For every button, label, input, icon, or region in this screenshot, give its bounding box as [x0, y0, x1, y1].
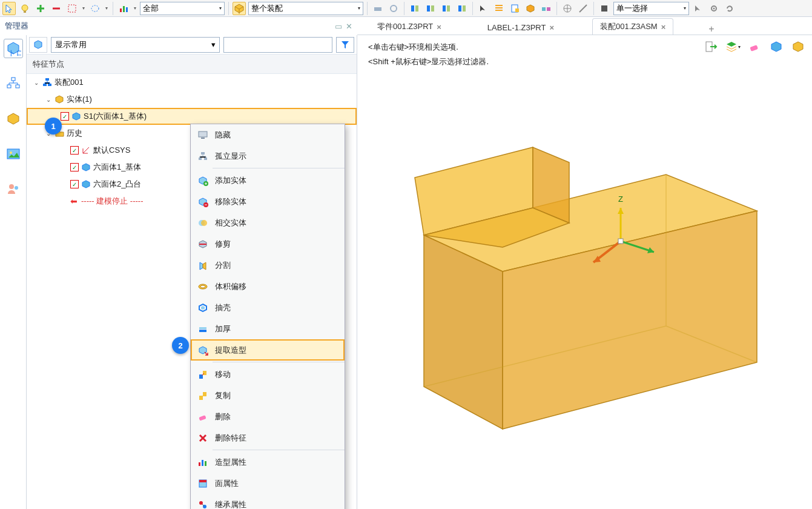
stop-icon[interactable]	[598, 2, 611, 15]
ctx-move[interactable]: 移动	[191, 364, 345, 385]
minus-icon[interactable]	[50, 2, 63, 15]
ctx-isolate[interactable]: 孤立显示	[191, 145, 345, 167]
svg-rect-28	[16, 85, 19, 88]
ctx-face-attr[interactable]: 面属性	[191, 473, 345, 494]
checkbox-icon[interactable]: ✓	[70, 146, 79, 155]
ctx-shape-attr[interactable]: 造型属性	[191, 451, 345, 473]
svg-rect-59	[203, 371, 206, 375]
cursor3-icon[interactable]	[692, 2, 705, 15]
3d-viewport[interactable]: <单击右键>环境相关选项. <Shift +鼠标右键>显示选择过滤器. ▾	[357, 35, 812, 509]
svg-rect-14	[447, 5, 450, 12]
select-box-icon[interactable]	[65, 2, 79, 15]
ctx-split[interactable]: 分割	[191, 254, 345, 276]
hierarchy-tab-icon[interactable]	[4, 74, 23, 93]
cursor2-icon[interactable]	[477, 2, 490, 15]
bulb-icon[interactable]	[18, 2, 31, 15]
exit-icon[interactable]	[703, 39, 719, 55]
ctx-label: 删除特征	[215, 433, 246, 444]
tool-c4-icon[interactable]	[455, 2, 469, 15]
ctx-offset[interactable]: 体积偏移	[191, 276, 345, 297]
display-mode-combo[interactable]: 显示常用▾	[51, 37, 220, 53]
expand-icon[interactable]: ⌄	[45, 96, 52, 103]
tree-solids-group[interactable]: ⌄ 实体(1)	[27, 91, 357, 108]
image-tab-icon[interactable]	[4, 144, 23, 164]
ctx-copy[interactable]: 复制	[191, 385, 345, 406]
ctx-label: 加厚	[215, 324, 231, 334]
cube-orange-icon[interactable]	[524, 2, 537, 15]
ctx-trim[interactable]: 修剪	[191, 233, 345, 254]
eraser-icon[interactable]	[747, 39, 762, 55]
globe-icon[interactable]	[561, 2, 574, 15]
svg-rect-20	[547, 7, 550, 11]
manager-title-text: 管理器	[5, 21, 28, 32]
new-tab-button[interactable]: +	[704, 24, 719, 35]
tool-a-icon[interactable]	[371, 2, 385, 15]
filter1-combo[interactable]: 全部▾	[140, 2, 225, 15]
list-icon[interactable]	[492, 2, 506, 15]
refresh-icon[interactable]	[723, 2, 736, 15]
ctx-intersect[interactable]: 相交实体	[191, 212, 345, 233]
close-icon[interactable]: ✕	[346, 22, 352, 31]
ctx-shell[interactable]: 抽壳	[191, 297, 345, 318]
cursor-icon[interactable]	[2, 2, 16, 15]
tree-s1-node[interactable]: ✓ S1(六面体1_基体)	[27, 108, 357, 125]
assembly-cube-icon[interactable]	[233, 2, 246, 15]
svg-rect-44	[618, 239, 623, 244]
filter2-combo[interactable]: 整个装配▾	[248, 2, 363, 15]
solid-icon	[71, 111, 81, 121]
user-tab-icon[interactable]	[4, 179, 23, 199]
ctx-erase[interactable]: 删除	[191, 406, 345, 427]
tool-b-icon[interactable]	[387, 2, 400, 15]
tree-tab-icon[interactable]: トロ	[4, 39, 23, 58]
minimize-icon[interactable]: ▭	[335, 22, 342, 31]
solids-tab-icon[interactable]	[4, 109, 23, 128]
ctx-add-body[interactable]: 添加实体	[191, 170, 345, 191]
combo-text: 全部	[143, 3, 159, 14]
layers-icon[interactable]: ▾	[725, 39, 741, 55]
checkbox-icon[interactable]: ✓	[70, 163, 79, 171]
svg-point-53	[201, 220, 207, 226]
dropdown-arrow-icon[interactable]: ▾	[104, 2, 109, 15]
tree-search-input[interactable]	[223, 37, 332, 53]
ctx-monitor[interactable]: 隐藏	[191, 124, 345, 145]
close-icon[interactable]: ×	[437, 22, 441, 32]
chart-icon[interactable]	[117, 2, 130, 15]
cubes-icon[interactable]	[540, 2, 553, 15]
doc-icon[interactable]	[508, 2, 521, 15]
tab-label: 零件001.Z3PRT	[377, 21, 433, 32]
expand-icon[interactable]: ⌄	[33, 79, 40, 86]
tree-root-node[interactable]: ⌄ 装配001	[27, 74, 357, 91]
tool-c1-icon[interactable]	[408, 2, 421, 15]
tab-label1[interactable]: LABEL-1.Z3PRT×	[480, 20, 562, 35]
close-icon[interactable]: ×	[549, 23, 554, 32]
tool-c2-icon[interactable]	[424, 2, 437, 15]
ctx-delf[interactable]: 删除特征	[191, 427, 345, 448]
ctx-inherit[interactable]: 继承属性	[191, 494, 345, 509]
tool-c3-icon[interactable]	[440, 2, 453, 15]
tree-config-icon[interactable]	[29, 37, 47, 53]
plus-icon[interactable]	[34, 2, 47, 15]
gear-icon[interactable]	[707, 2, 721, 15]
dropdown-arrow-icon[interactable]: ▾	[81, 2, 86, 15]
ctx-label: 体积偏移	[215, 281, 246, 292]
checkbox-icon[interactable]: ✓	[70, 180, 79, 188]
ctx-extract[interactable]: 提取造型	[191, 339, 345, 361]
checkbox-icon[interactable]: ✓	[61, 112, 69, 121]
select-mode-combo[interactable]: 单一选择▾	[613, 2, 689, 15]
tab-part001[interactable]: 零件001.Z3PRT×	[369, 18, 449, 35]
svg-rect-18	[515, 8, 519, 12]
cube-blue-icon[interactable]	[768, 39, 784, 55]
svg-rect-2	[68, 5, 76, 12]
svg-point-32	[15, 186, 18, 190]
ctx-label: 删除	[215, 411, 231, 422]
select-lasso-icon[interactable]	[88, 2, 102, 15]
ctx-remove-body[interactable]: 移除实体	[191, 191, 345, 212]
filter-icon[interactable]	[336, 37, 354, 53]
svg-rect-4	[120, 8, 122, 12]
ctx-thicken[interactable]: 加厚	[191, 318, 345, 339]
tab-asm001[interactable]: 装配001.Z3ASM×	[592, 18, 673, 35]
cube-gold-icon[interactable]	[790, 39, 806, 55]
dropdown-arrow-icon[interactable]: ▾	[133, 2, 137, 15]
close-icon[interactable]: ×	[661, 22, 666, 32]
measure-icon[interactable]	[576, 2, 590, 15]
